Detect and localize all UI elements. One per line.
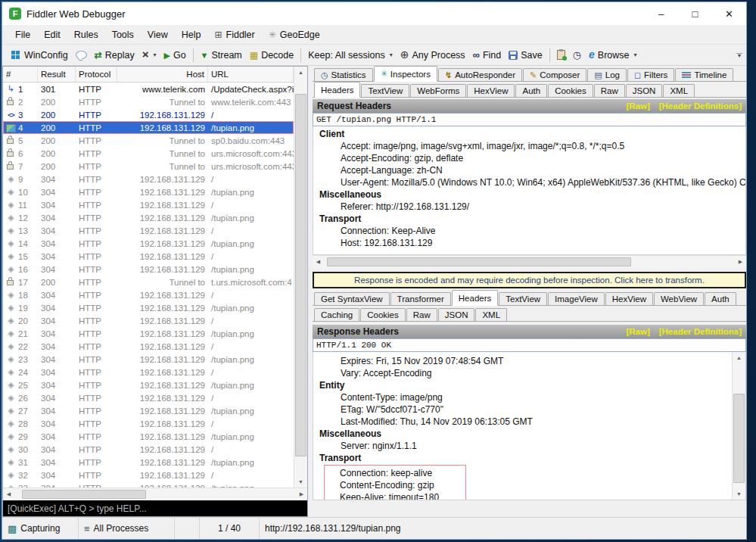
session-row[interactable]: 13304HTTP192.168.131.129/ — [3, 224, 294, 237]
scroll-thumb[interactable] — [295, 94, 306, 456]
scroll-right-icon[interactable]: ▶ — [735, 257, 746, 268]
tab-caching[interactable]: Caching — [314, 308, 359, 321]
session-row[interactable]: 24304HTTP192.168.131.129/ — [3, 366, 294, 378]
request-tree-hscrollbar[interactable]: ◀ ▶ — [313, 255, 746, 268]
request-header-definitions-link[interactable]: [Header Definitions] — [659, 101, 742, 111]
tab-headers[interactable]: Headers — [452, 290, 498, 306]
session-row[interactable]: 32304HTTP192.168.131.129/ — [3, 469, 294, 481]
session-row[interactable]: 28304HTTP192.168.131.129/ — [3, 417, 294, 430]
tab-webforms[interactable]: WebForms — [410, 84, 466, 97]
menu-tools[interactable]: Tools — [105, 25, 141, 44]
session-row[interactable]: 30304HTTP192.168.131.129/ — [3, 443, 294, 456]
tab-autoresponder[interactable]: AutoResponder — [438, 68, 522, 81]
scroll-left-icon[interactable]: ◀ — [313, 257, 324, 268]
keep-sessions-dropdown[interactable]: Keep: All sessions ▾ — [304, 46, 396, 64]
session-row[interactable]: 1301HTTPwww.telerik.com/UpdateCheck.aspx… — [3, 83, 294, 95]
scroll-left-icon[interactable]: ◀ — [3, 489, 14, 500]
capturing-toggle[interactable]: Capturing — [2, 518, 79, 539]
request-line[interactable]: GET /tupian.png HTTP/1.1 — [313, 113, 746, 126]
session-row[interactable]: 16304HTTP192.168.131.129/tupian.png — [3, 263, 294, 276]
session-row[interactable]: 14304HTTP192.168.131.129/tupian.png — [3, 237, 294, 250]
tab-textview[interactable]: TextView — [499, 292, 547, 305]
column-header-url[interactable]: URL — [208, 67, 294, 82]
tab-raw[interactable]: Raw — [406, 308, 437, 321]
maximize-button[interactable]: □ — [678, 2, 712, 25]
session-row[interactable]: 5200HTTPTunnel tosp0.baidu.com:443 — [3, 134, 294, 147]
winconfig-button[interactable]: WinConfig — [7, 46, 72, 64]
comment-button[interactable] — [72, 46, 91, 64]
session-row[interactable]: 11304HTTP192.168.131.129/ — [3, 198, 294, 211]
session-row[interactable]: 31304HTTP192.168.131.129/tupian.png — [3, 456, 294, 469]
tab-cookies[interactable]: Cookies — [360, 308, 406, 321]
response-header-definitions-link[interactable]: [Header Definitions] — [659, 327, 742, 336]
browse-button[interactable]: Browse ▾ — [585, 46, 641, 64]
menu-edit[interactable]: Edit — [37, 25, 67, 44]
tab-hexview[interactable]: HexView — [605, 292, 653, 305]
remove-sessions-button[interactable]: ▾ — [138, 46, 160, 64]
tab-timeline[interactable]: Timeline — [675, 68, 733, 81]
toolbar-overflow-button[interactable]: —▾ — [734, 47, 745, 62]
request-raw-link[interactable]: [Raw] — [626, 101, 649, 111]
menu-geoedge[interactable]: GeoEdge — [262, 25, 327, 44]
session-row[interactable]: 15304HTTP192.168.131.129/ — [3, 250, 294, 263]
any-process-button[interactable]: Any Process — [397, 46, 469, 64]
timer-button[interactable] — [569, 46, 585, 64]
session-row[interactable]: 2200HTTPTunnel towww.telerik.com:443 — [3, 95, 294, 108]
process-filter-toggle[interactable]: All Processes — [79, 518, 175, 539]
tab-cookies[interactable]: Cookies — [548, 84, 593, 97]
stream-button[interactable]: Stream — [197, 46, 246, 64]
session-row[interactable]: 9304HTTP192.168.131.129/ — [3, 173, 294, 185]
session-row[interactable]: 23304HTTP192.168.131.129/tupian.png — [3, 353, 294, 366]
tab-transformer[interactable]: Transformer — [390, 292, 451, 305]
menu-help[interactable]: Help — [175, 25, 208, 44]
session-row[interactable]: 21304HTTP192.168.131.129/tupian.png — [3, 327, 294, 340]
scroll-down-icon[interactable]: ▼ — [294, 476, 307, 487]
tab-json[interactable]: JSON — [438, 308, 475, 321]
session-row[interactable]: 18304HTTP192.168.131.129/ — [3, 288, 294, 301]
session-row[interactable]: 22304HTTP192.168.131.129/ — [3, 340, 294, 353]
session-list-vscrollbar[interactable]: ▲ ▼ — [294, 67, 307, 487]
tab-webview[interactable]: WebView — [654, 292, 704, 305]
save-button[interactable]: Save — [505, 46, 546, 64]
tab-xml[interactable]: XML — [475, 308, 507, 321]
menu-file[interactable]: File — [8, 25, 37, 44]
session-row[interactable]: 20304HTTP192.168.131.129/ — [3, 314, 294, 327]
go-button[interactable]: Go — [160, 46, 189, 64]
column-header-num[interactable]: # — [3, 67, 38, 82]
scroll-right-icon[interactable]: ▶ — [296, 489, 307, 500]
scroll-thumb[interactable] — [327, 257, 631, 266]
tab-log[interactable]: Log — [587, 68, 627, 81]
session-row[interactable]: 10304HTTP192.168.131.129/tupian.png — [3, 185, 294, 198]
response-raw-link[interactable]: [Raw] — [626, 327, 649, 336]
find-button[interactable]: Find — [469, 46, 506, 64]
close-button[interactable]: ✕ — [712, 2, 746, 25]
tab-headers[interactable]: Headers — [314, 82, 360, 98]
scroll-thumb[interactable] — [733, 394, 745, 484]
tab-get-syntaxview[interactable]: Get SyntaxView — [314, 292, 390, 305]
tab-filters[interactable]: Filters — [627, 68, 674, 81]
tab-json[interactable]: JSON — [626, 84, 663, 97]
session-row[interactable]: 6200HTTPTunnel tours.microsoft.com:443 — [3, 147, 294, 160]
tab-statistics[interactable]: Statistics — [314, 68, 373, 81]
tab-raw[interactable]: Raw — [594, 84, 625, 97]
column-header-host[interactable]: Host — [117, 67, 208, 82]
session-row[interactable]: 17200HTTPTunnel tot.urs.microsoft.com:4 — [3, 276, 294, 288]
tab-xml[interactable]: XML — [663, 84, 695, 97]
session-row[interactable]: 25304HTTP192.168.131.129/tupian.png — [3, 378, 294, 391]
scroll-up-icon[interactable]: ▲ — [294, 67, 307, 78]
session-row[interactable]: 12304HTTP192.168.131.129/tupian.png — [3, 211, 294, 224]
tab-composer[interactable]: Composer — [523, 68, 586, 81]
decode-button[interactable]: Decode — [246, 46, 297, 64]
session-list-hscrollbar[interactable]: ◀ ▶ — [3, 487, 307, 500]
session-row[interactable]: 33304HTTP192.168.131.129/tupian.png — [3, 481, 294, 487]
tab-imageview[interactable]: ImageView — [548, 292, 605, 305]
scroll-up-icon[interactable]: ▲ — [733, 352, 745, 363]
tab-auth[interactable]: Auth — [705, 292, 736, 305]
menu-fiddler[interactable]: Fiddler — [207, 25, 261, 44]
scroll-thumb[interactable] — [22, 490, 146, 499]
paste-sessions-button[interactable] — [553, 46, 569, 64]
minimize-button[interactable]: – — [644, 2, 678, 25]
response-status-line[interactable]: HTTP/1.1 200 OK — [313, 338, 746, 352]
session-row[interactable]: 4200HTTP192.168.131.129/tupian.png — [3, 121, 294, 134]
session-row[interactable]: 19304HTTP192.168.131.129/tupian.png — [3, 301, 294, 314]
